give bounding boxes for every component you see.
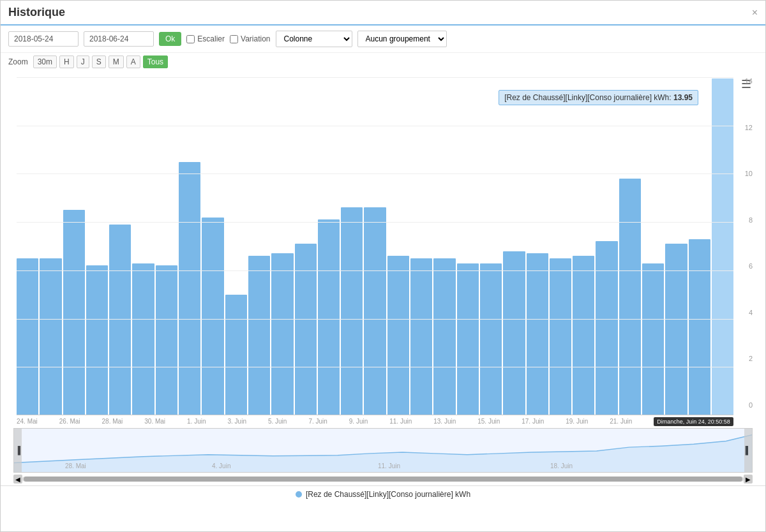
bar-17[interactable]: [410, 258, 432, 415]
scrollbar-thumb[interactable]: [24, 477, 742, 482]
bar-22[interactable]: [527, 253, 548, 415]
bar-wrapper-2: [63, 77, 85, 415]
y-label-0: 0: [745, 401, 753, 409]
title-bar: Historique ×: [1, 1, 765, 26]
bar-2[interactable]: [63, 210, 85, 415]
bar-25[interactable]: [596, 241, 617, 415]
bar-26[interactable]: [619, 179, 641, 415]
scrollbar-right-btn[interactable]: ▶: [744, 475, 753, 484]
x-label-8: 9. Juin: [349, 418, 368, 425]
x-label-3: 30. Mai: [144, 418, 165, 425]
bar-11[interactable]: [271, 253, 293, 415]
close-button[interactable]: ×: [752, 7, 758, 18]
x-label-5: 3. Juin: [228, 418, 246, 425]
bar-wrapper-30: [712, 77, 733, 415]
bar-wrapper-6: [156, 77, 177, 415]
bar-wrapper-16: [387, 77, 409, 415]
date-end-input[interactable]: [84, 31, 154, 47]
bar-wrapper-18: [433, 77, 455, 415]
legend-dot: [296, 491, 302, 498]
ok-button[interactable]: Ok: [159, 32, 181, 46]
bar-12[interactable]: [295, 244, 317, 415]
tooltip-value: 13.95: [673, 93, 693, 102]
scrollbar[interactable]: ◀ ▶: [13, 474, 753, 484]
tooltip-label: [Rez de Chaussé][Linky][Conso journalièr…: [504, 93, 673, 102]
bar-9[interactable]: [225, 295, 247, 415]
bar-wrapper-11: [271, 77, 293, 415]
bar-29[interactable]: [689, 239, 710, 415]
minimap-right-handle[interactable]: ▌: [744, 429, 752, 472]
bar-4[interactable]: [109, 225, 131, 415]
zoom-m[interactable]: M: [109, 55, 124, 68]
bar-8[interactable]: [202, 218, 223, 415]
x-label-14: 21. Juin: [610, 418, 632, 425]
window-title: Historique: [8, 6, 65, 19]
chart-plot: [Rez de Chaussé][Linky][Conso journalièr…: [17, 77, 733, 415]
bar-20[interactable]: [480, 263, 502, 416]
bar-wrapper-25: [596, 77, 617, 415]
bar-1[interactable]: [40, 258, 61, 415]
bar-30[interactable]: [712, 78, 733, 415]
bars-row: [17, 77, 733, 415]
y-label-8: 8: [745, 216, 753, 224]
bar-13[interactable]: [318, 219, 340, 415]
zoom-h[interactable]: H: [59, 55, 74, 68]
groupement-select[interactable]: Aucun groupement Jour Semaine: [357, 31, 447, 47]
chart-type-select[interactable]: Colonne Ligne Aire: [276, 31, 352, 47]
bar-6[interactable]: [156, 265, 177, 415]
bar-5[interactable]: [132, 263, 154, 416]
y-label-4: 4: [745, 309, 753, 316]
zoom-s[interactable]: S: [92, 55, 106, 68]
escalier-checkbox[interactable]: [186, 35, 195, 43]
bar-wrapper-0: [17, 77, 38, 415]
y-label-12: 12: [745, 124, 753, 131]
bar-wrapper-3: [86, 77, 108, 415]
chart-area: ☰ 14 12 10 8 6 4 2 0: [1, 71, 765, 428]
bar-wrapper-13: [318, 77, 340, 415]
zoom-bar: Zoom 30m H J S M A Tous: [1, 53, 765, 71]
bar-wrapper-20: [480, 77, 502, 415]
bar-24[interactable]: [573, 256, 594, 415]
bar-wrapper-9: [225, 77, 247, 415]
minimap-left-handle[interactable]: ▐: [14, 429, 22, 472]
bar-21[interactable]: [503, 251, 525, 415]
variation-label: Variation: [241, 34, 270, 43]
bar-18[interactable]: [433, 258, 455, 415]
bar-3[interactable]: [86, 265, 108, 415]
bar-wrapper-7: [179, 77, 200, 415]
variation-checkbox[interactable]: [230, 35, 238, 43]
scrollbar-left-btn[interactable]: ◀: [13, 475, 22, 484]
bar-23[interactable]: [550, 258, 571, 415]
zoom-j[interactable]: J: [77, 55, 89, 68]
scrollbar-track: [22, 477, 744, 482]
escalier-group: Escalier: [186, 34, 225, 43]
bar-10[interactable]: [248, 256, 270, 415]
minimap: ▐ ▌ 28. Mai 4. Juin 11. Juin 18. Juin: [13, 428, 753, 473]
x-label-2: 28. Mai: [102, 418, 123, 425]
zoom-30m[interactable]: 30m: [33, 55, 57, 68]
zoom-tous[interactable]: Tous: [143, 55, 168, 68]
bar-wrapper-19: [457, 77, 479, 415]
bar-wrapper-1: [40, 77, 61, 415]
legend-label: [Rez de Chaussé][Linky][Conso journalièr…: [306, 490, 470, 499]
bar-16[interactable]: [387, 256, 409, 415]
bar-wrapper-23: [550, 77, 571, 415]
bar-27[interactable]: [642, 263, 664, 416]
bar-wrapper-8: [202, 77, 223, 415]
bar-0[interactable]: [17, 258, 38, 415]
y-axis: 14 12 10 8 6 4 2 0: [745, 71, 753, 415]
x-label-10: 13. Juin: [433, 418, 456, 425]
y-label-2: 2: [745, 355, 753, 362]
escalier-label: Escalier: [197, 34, 225, 43]
x-label-7: 7. Juin: [308, 418, 327, 425]
bar-wrapper-28: [665, 77, 687, 415]
bar-wrapper-26: [619, 77, 641, 415]
bar-19[interactable]: [457, 263, 479, 416]
date-start-input[interactable]: [8, 31, 79, 47]
minimap-label-4: 18. Juin: [550, 462, 573, 469]
zoom-a[interactable]: A: [126, 55, 140, 68]
bar-15[interactable]: [364, 207, 386, 415]
bar-7[interactable]: [179, 162, 200, 416]
bar-14[interactable]: [341, 207, 363, 415]
bar-28[interactable]: [665, 244, 687, 415]
